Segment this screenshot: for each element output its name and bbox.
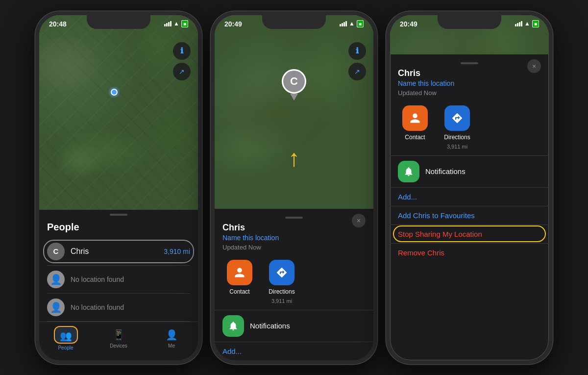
directions-icon-2 bbox=[269, 260, 294, 285]
tab-people-icon-bg: 👥 bbox=[54, 326, 78, 344]
directions-sublabel-2: 3,911 mi bbox=[271, 298, 292, 304]
bottom-panel-1: People C Chris 3,910 mi 👤 No location fo… bbox=[39, 210, 198, 360]
card-actions-3: Contact Directions 3,911 mi bbox=[390, 101, 549, 155]
action-directions-2[interactable]: Directions 3,911 mi bbox=[265, 260, 299, 304]
person-pin-2: C bbox=[282, 69, 306, 100]
wifi-icon-1: ▲ bbox=[173, 20, 179, 27]
compass-button-2[interactable]: ↗ bbox=[348, 63, 366, 80]
card-name-3: Chris bbox=[390, 66, 549, 79]
action-contact-2[interactable]: Contact bbox=[222, 260, 257, 304]
notifications-label-2: Notifications bbox=[250, 322, 290, 330]
location-pin-1 bbox=[111, 89, 118, 96]
person-row-noloc-1[interactable]: 👤 No location found bbox=[47, 266, 190, 294]
tab-devices[interactable]: 📱 Devices bbox=[92, 326, 145, 350]
signal-icon-3 bbox=[515, 21, 522, 26]
contact-icon-3 bbox=[402, 105, 428, 131]
noloc-text-1: No location found bbox=[71, 275, 190, 283]
tab-me-icon-wrap: 👤 bbox=[161, 326, 183, 342]
people-tab-icon: 👥 bbox=[60, 330, 72, 342]
tab-bar-1: 👥 People 📱 Devices 👤 Me bbox=[39, 322, 198, 360]
tab-me[interactable]: 👤 Me bbox=[145, 326, 198, 350]
map-area-2: C ↑ ℹ ↗ bbox=[215, 15, 373, 209]
directions-label-2: Directions bbox=[269, 288, 294, 295]
satellite-map-1 bbox=[39, 15, 198, 210]
card-sublabel-3[interactable]: Name this location bbox=[390, 79, 549, 89]
action-directions-3[interactable]: Directions 3,911 mi bbox=[440, 105, 474, 150]
chris-avatar: C bbox=[47, 243, 65, 260]
card-close-button-2[interactable]: × bbox=[352, 214, 366, 227]
status-bar-1: 20:48 ▲ ■ bbox=[39, 15, 198, 37]
map-area-1: ℹ ↗ bbox=[39, 15, 198, 210]
status-bar-2: 20:49 ▲ ■ bbox=[215, 15, 373, 37]
directions-icon-3 bbox=[444, 105, 470, 131]
card-updated-3: Updated Now bbox=[390, 89, 549, 101]
pin-tail-2 bbox=[290, 94, 298, 100]
notifications-row-3[interactable]: Notifications bbox=[390, 155, 549, 187]
status-time-2: 20:49 bbox=[224, 20, 242, 28]
tab-devices-icon-wrap: 📱 bbox=[108, 326, 130, 342]
card-name-2: Chris bbox=[215, 221, 373, 234]
battery-icon-3: ■ bbox=[532, 20, 539, 27]
add-link-2[interactable]: Add... bbox=[215, 342, 373, 360]
full-card-3: × Chris Name this location Updated Now C… bbox=[390, 54, 549, 360]
signal-icon-2 bbox=[340, 21, 347, 26]
contact-label-2: Contact bbox=[229, 288, 249, 295]
person-row-chris[interactable]: C Chris 3,910 mi bbox=[47, 238, 190, 266]
stop-sharing-button-3[interactable]: Stop Sharing My Location bbox=[390, 225, 549, 243]
people-section: People C Chris 3,910 mi 👤 No location fo… bbox=[39, 216, 198, 322]
notifications-action-3[interactable]: Notifications bbox=[398, 161, 541, 182]
devices-tab-icon: 📱 bbox=[113, 329, 125, 341]
remove-chris-button-3[interactable]: Remove Chris bbox=[390, 243, 549, 262]
card-handle-2 bbox=[285, 217, 303, 219]
notifications-action-2[interactable]: Notifications bbox=[222, 315, 366, 337]
card-handle-row-3: × bbox=[390, 54, 549, 66]
pin-circle-2: C bbox=[282, 69, 306, 94]
person-card-2: × Chris Name this location Updated Now C… bbox=[215, 209, 373, 360]
notifications-row-2[interactable]: Notifications bbox=[215, 310, 373, 342]
battery-icon-2: ■ bbox=[357, 20, 364, 27]
card-actions-2: Contact Directions 3,911 mi bbox=[215, 256, 373, 310]
notifications-icon-2 bbox=[222, 315, 244, 337]
battery-icon-1: ■ bbox=[181, 20, 188, 27]
tab-me-label: Me bbox=[168, 343, 175, 349]
favourites-link-3[interactable]: Add Chris to Favourites bbox=[390, 206, 549, 225]
phone-2: 20:49 ▲ ■ C ↑ ℹ ↗ × Chris bbox=[211, 11, 377, 364]
notifications-label-3: Notifications bbox=[425, 167, 466, 175]
wifi-icon-3: ▲ bbox=[524, 20, 530, 27]
info-button-2[interactable]: ℹ bbox=[348, 42, 366, 60]
people-title: People bbox=[47, 222, 190, 233]
status-bar-3: 20:49 ▲ ■ bbox=[390, 15, 549, 37]
card-close-button-3[interactable]: × bbox=[527, 59, 541, 73]
tab-people[interactable]: 👥 People bbox=[39, 326, 92, 350]
status-icons-3: ▲ ■ bbox=[515, 20, 539, 27]
directions-label-3: Directions bbox=[444, 134, 470, 141]
signal-icon-1 bbox=[164, 21, 172, 26]
add-link-3[interactable]: Add... bbox=[390, 187, 549, 206]
person-row-noloc-2[interactable]: 👤 No location found bbox=[47, 294, 190, 322]
action-contact-3[interactable]: Contact bbox=[398, 105, 432, 150]
me-tab-icon: 👤 bbox=[166, 329, 178, 341]
phone-1: 20:48 ▲ ■ ℹ ↗ People C bbox=[35, 11, 202, 364]
directions-sublabel-3: 3,911 mi bbox=[447, 144, 467, 150]
status-time-3: 20:49 bbox=[400, 20, 417, 28]
status-icons-2: ▲ ■ bbox=[340, 20, 364, 27]
chris-name: Chris bbox=[71, 247, 164, 256]
wifi-icon-2: ▲ bbox=[349, 20, 355, 27]
phone-3: 20:49 ▲ ■ × Chris Name this location Upd… bbox=[386, 11, 553, 364]
contact-icon-2 bbox=[227, 260, 252, 285]
chris-distance: 3,910 mi bbox=[164, 248, 190, 255]
arrow-annotation-2: ↑ bbox=[288, 147, 300, 170]
card-handle-row-2: × bbox=[215, 209, 373, 221]
card-sublabel-2[interactable]: Name this location bbox=[215, 234, 373, 244]
status-icons-1: ▲ ■ bbox=[164, 20, 188, 27]
status-time-1: 20:48 bbox=[49, 20, 67, 28]
noloc-avatar-2: 👤 bbox=[47, 299, 65, 316]
card-updated-2: Updated Now bbox=[215, 244, 373, 256]
stop-sharing-container: Stop Sharing My Location bbox=[390, 225, 549, 243]
noloc-text-2: No location found bbox=[71, 303, 190, 311]
info-button-1[interactable]: ℹ bbox=[173, 42, 191, 60]
compass-button-1[interactable]: ↗ bbox=[173, 63, 191, 80]
noloc-avatar-1: 👤 bbox=[47, 271, 65, 288]
tab-people-label: People bbox=[58, 345, 73, 350]
tab-devices-label: Devices bbox=[110, 343, 127, 349]
